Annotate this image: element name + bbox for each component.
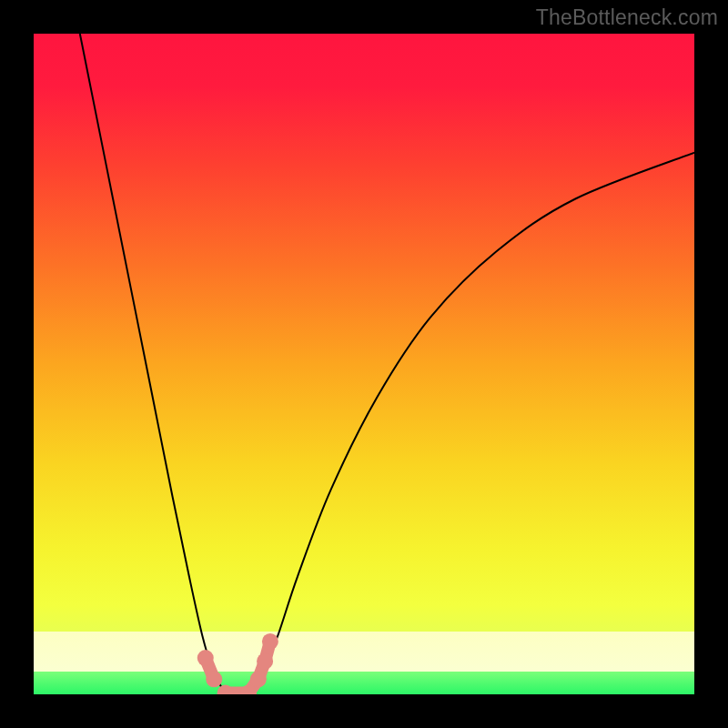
highlight-markers (197, 633, 278, 694)
plot-area (34, 34, 694, 694)
chart-frame: TheBottleneck.com (0, 0, 728, 728)
highlight-dot (206, 671, 222, 687)
highlight-dot (262, 633, 278, 650)
highlight-dot (250, 671, 267, 687)
highlight-dot (197, 650, 214, 666)
highlight-dot (217, 685, 234, 694)
watermark-text: TheBottleneck.com (536, 5, 718, 30)
highlight-dot (257, 653, 273, 670)
bottleneck-curve (80, 34, 694, 693)
chart-canvas (34, 34, 694, 694)
